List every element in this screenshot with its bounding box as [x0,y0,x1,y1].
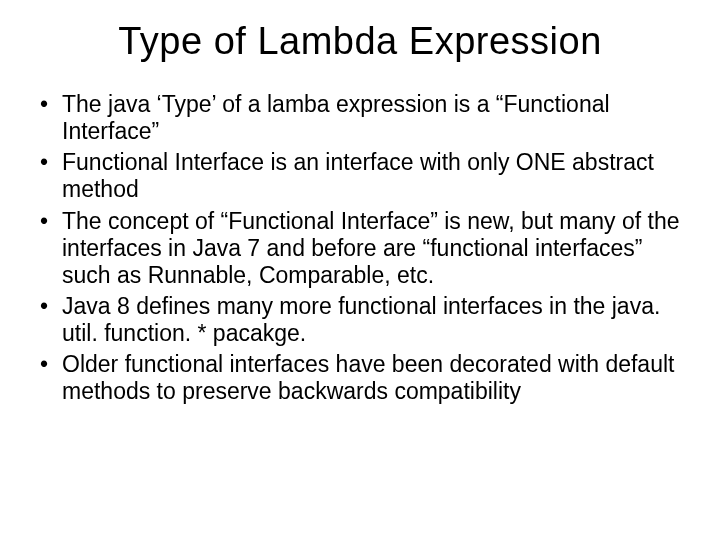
bullet-item: The java ‘Type’ of a lamba expression is… [40,91,680,145]
slide-title: Type of Lambda Expression [0,20,720,63]
bullet-item: The concept of “Functional Interface” is… [40,208,680,289]
bullet-item: Older functional interfaces have been de… [40,351,680,405]
bullet-item: Java 8 defines many more functional inte… [40,293,680,347]
bullet-item: Functional Interface is an interface wit… [40,149,680,203]
bullet-list: The java ‘Type’ of a lamba expression is… [0,91,720,405]
